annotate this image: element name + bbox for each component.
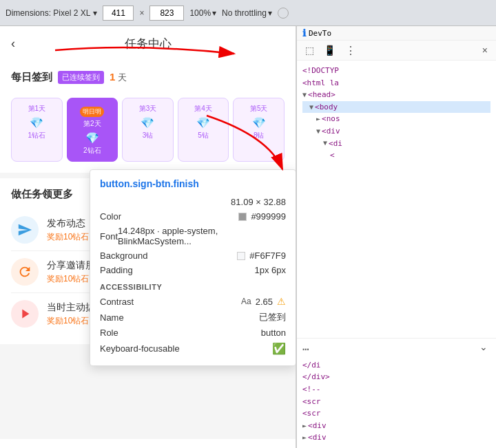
task-icon-2 bbox=[11, 258, 39, 286]
device-icon[interactable]: 📱 bbox=[321, 43, 338, 57]
devtools-code-panel: <!DOCTYP <html la ▼<head> ▼<body ►<nos ▼… bbox=[297, 61, 496, 338]
tooltip-role-value: button bbox=[261, 328, 286, 338]
accessibility-label: ACCESSIBILITY bbox=[100, 283, 286, 291]
tooltip-name-value: 已签到 bbox=[259, 311, 286, 323]
day-label-5: 第5天 bbox=[236, 104, 281, 114]
devtools-panel: ℹ DevTo ⬚ 📱 ⋮ × <!DOCTYP <html la ▼<head… bbox=[296, 26, 496, 448]
bottom-line-7: ►<div bbox=[302, 431, 490, 444]
day-card-5: 第5天 💎 8钻 bbox=[233, 98, 285, 162]
code-line-6: ▼<div bbox=[302, 125, 490, 138]
throttling-selector[interactable]: No throttling ▾ bbox=[222, 8, 272, 18]
tooltip-font-value: 14.248px · apple-system, BlinkMacSystem.… bbox=[118, 226, 286, 246]
day-reward-2: 2钻石 bbox=[70, 146, 115, 156]
code-line-7: ▼<di bbox=[302, 138, 490, 150]
bg-swatch bbox=[237, 252, 245, 260]
width-input[interactable] bbox=[103, 6, 134, 21]
phone-viewport: ‹ 任务中心 每日签到 已连续签到 1 天 已签到 bbox=[0, 26, 296, 448]
throttle-chevron-icon: ▾ bbox=[268, 8, 272, 18]
tooltip-color-label: Color bbox=[100, 211, 121, 222]
signin-title: 每日签到 bbox=[11, 71, 52, 84]
inspect-icon[interactable]: ⬚ bbox=[302, 43, 317, 57]
devtools-title: DevTo bbox=[309, 29, 331, 38]
day-card-2: 明日明 第2天 💎 2钻石 bbox=[67, 98, 118, 162]
no-throttling-label: No throttling bbox=[222, 8, 267, 18]
bottom-line-2: </div> bbox=[302, 371, 490, 383]
bottom-line-5: <scr bbox=[302, 407, 490, 420]
dimensions-selector[interactable]: Dimensions: Pixel 2 XL ▾ bbox=[6, 8, 97, 18]
streak-days: 1 bbox=[110, 71, 115, 83]
bottom-line-6: ►<div bbox=[302, 420, 490, 432]
day-current-label: 明日明 bbox=[80, 107, 104, 117]
page-title: 任务中心 bbox=[125, 36, 172, 52]
day-label-2: 第2天 bbox=[70, 119, 115, 129]
code-line-1: <!DOCTYP bbox=[302, 65, 490, 77]
ellipsis-icon: … bbox=[302, 340, 309, 353]
tooltip-name-label: Name bbox=[100, 312, 124, 323]
more-options-button[interactable]: ⋮ bbox=[342, 44, 359, 57]
tooltip-padding-value: 1px 6px bbox=[254, 265, 286, 275]
aa-icon: Aa bbox=[241, 297, 251, 306]
tooltip-color-row: Color #999999 bbox=[100, 209, 286, 224]
tooltip-name-row: Name 已签到 bbox=[100, 309, 286, 326]
tooltip-element-name: button.sign-btn.finish bbox=[100, 178, 286, 189]
day-icon-3: 💎 bbox=[125, 116, 170, 129]
code-line-8: < bbox=[302, 149, 490, 162]
tooltip-color-value: #999999 bbox=[238, 211, 286, 222]
day-icon-5: 💎 bbox=[236, 116, 281, 129]
streak-text: 1 天 bbox=[110, 71, 127, 84]
code-line-3: ▼<head> bbox=[302, 89, 490, 101]
back-button[interactable]: ‹ bbox=[11, 36, 15, 51]
tooltip-padding-label: Padding bbox=[100, 265, 133, 275]
checkmark-icon: ✅ bbox=[272, 342, 286, 355]
network-icon bbox=[278, 8, 289, 19]
height-input[interactable] bbox=[149, 6, 184, 21]
close-panel-icon[interactable]: × bbox=[479, 43, 490, 57]
day-reward-1: 1钻石 bbox=[14, 131, 59, 140]
chevron-down-icon: ▾ bbox=[93, 8, 97, 18]
task-icon-1 bbox=[11, 216, 39, 244]
tooltip-role-label: Role bbox=[100, 328, 118, 338]
bottom-line-3: <!-- bbox=[302, 383, 490, 396]
days-row: 第1天 💎 1钻石 明日明 第2天 💎 2钻石 第3天 💎 3钻 bbox=[11, 98, 285, 162]
tooltip-keyboard-label: Keyboard-focusable bbox=[100, 343, 180, 354]
day-reward-5: 8钻 bbox=[236, 131, 281, 140]
devtools-icon: ℹ bbox=[302, 28, 306, 39]
tooltip-size-value: 81.09 × 32.88 bbox=[231, 197, 286, 207]
tooltip-bg-label: Background bbox=[100, 250, 147, 261]
tooltip-contrast-row: Contrast Aa 2.65 ⚠ bbox=[100, 294, 286, 309]
bottom-line-4: <scr bbox=[302, 396, 490, 408]
tooltip-contrast-value: Aa 2.65 ⚠ bbox=[241, 296, 286, 307]
tooltip-font-label: Font bbox=[100, 231, 118, 242]
tooltip-bg-value: #F6F7F9 bbox=[237, 250, 286, 261]
zoom-chevron-icon: ▾ bbox=[212, 8, 216, 18]
zoom-selector[interactable]: 100% ▾ bbox=[189, 8, 216, 18]
devtools-footer-dots: … ⌄ bbox=[297, 338, 496, 355]
signin-section: 每日签到 已连续签到 1 天 已签到 第1天 💎 1钻石 bbox=[0, 61, 296, 173]
streak-badge: 已连续签到 bbox=[58, 71, 104, 84]
day-label-1: 第1天 bbox=[14, 104, 59, 114]
tooltip-keyboard-value: ✅ bbox=[272, 342, 286, 355]
code-line-5: ►<nos bbox=[302, 113, 490, 125]
expand-icon[interactable]: ⌄ bbox=[477, 340, 490, 354]
day-reward-4: 5钻 bbox=[181, 131, 226, 140]
contrast-warn-icon: ⚠ bbox=[277, 296, 286, 307]
day-label-4: 第4天 bbox=[181, 104, 226, 114]
task-icon-3 bbox=[11, 300, 39, 328]
devtools-toolbar: ⬚ 📱 ⋮ × bbox=[297, 41, 496, 61]
tooltip-role-row: Role button bbox=[100, 326, 286, 340]
zoom-value: 100% bbox=[189, 8, 211, 18]
bottom-line-1: </di bbox=[302, 359, 490, 372]
tooltip-keyboard-row: Keyboard-focusable ✅ bbox=[100, 340, 286, 357]
signin-header: 每日签到 已连续签到 1 天 bbox=[11, 71, 127, 84]
day-card-4: 第4天 💎 5钻 bbox=[178, 98, 229, 162]
day-label-3: 第3天 bbox=[125, 104, 170, 114]
devtools-header: ℹ DevTo bbox=[297, 26, 496, 41]
day-card-3: 第3天 💎 3钻 bbox=[122, 98, 174, 162]
tooltip-font-row: Font 14.248px · apple-system, BlinkMacSy… bbox=[100, 224, 286, 248]
day-icon-4: 💎 bbox=[181, 116, 226, 129]
dimension-separator: × bbox=[139, 8, 144, 18]
top-nav: ‹ 任务中心 bbox=[0, 26, 296, 61]
code-line-2: <html la bbox=[302, 77, 490, 89]
tooltip-contrast-label: Contrast bbox=[100, 297, 134, 307]
devtools-bottom-code: </di </div> <!-- <scr <scr ►<div ►<div bbox=[297, 355, 496, 448]
